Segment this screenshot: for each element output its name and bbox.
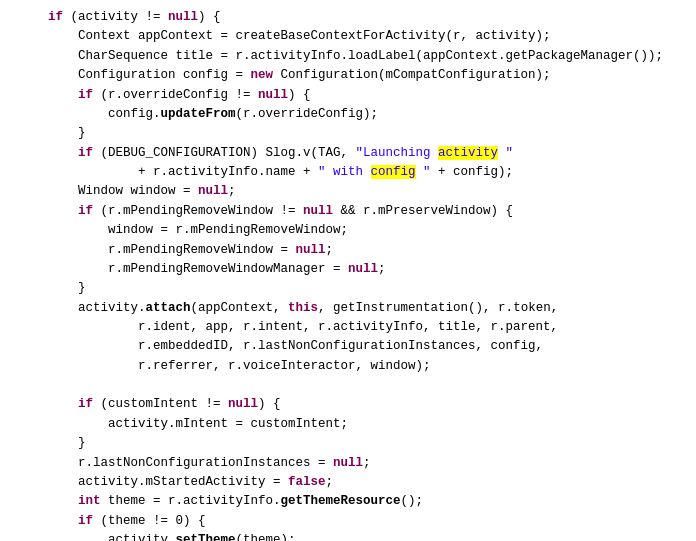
code-line: Configuration config = new Configuration… bbox=[0, 66, 696, 85]
line-content: if (customIntent != null) { bbox=[48, 395, 281, 414]
line-content: Context appContext = createBaseContextFo… bbox=[48, 27, 551, 46]
code-line bbox=[0, 376, 696, 395]
line-content: r.referrer, r.voiceInteractor, window); bbox=[48, 357, 431, 376]
code-line: r.mPendingRemoveWindow = null; bbox=[0, 241, 696, 260]
line-content: if (r.mPendingRemoveWindow != null && r.… bbox=[48, 202, 513, 221]
line-content: } bbox=[48, 279, 86, 298]
code-line: config.updateFrom(r.overrideConfig); bbox=[0, 105, 696, 124]
line-content: if (activity != null) { bbox=[48, 8, 221, 27]
code-line: activity.mStartedActivity = false; bbox=[0, 473, 696, 492]
line-content: activity.mStartedActivity = false; bbox=[48, 473, 333, 492]
code-line: CharSequence title = r.activityInfo.load… bbox=[0, 47, 696, 66]
line-content: if (theme != 0) { bbox=[48, 512, 206, 531]
code-line: r.embeddedID, r.lastNonConfigurationInst… bbox=[0, 337, 696, 356]
code-line: } bbox=[0, 434, 696, 453]
line-content: r.embeddedID, r.lastNonConfigurationInst… bbox=[48, 337, 543, 356]
code-line: if (r.mPendingRemoveWindow != null && r.… bbox=[0, 202, 696, 221]
code-line: } bbox=[0, 279, 696, 298]
code-container: if (activity != null) { Context appConte… bbox=[0, 0, 696, 541]
code-line: r.lastNonConfigurationInstances = null; bbox=[0, 454, 696, 473]
line-content: r.mPendingRemoveWindow = null; bbox=[48, 241, 333, 260]
code-lines: if (activity != null) { Context appConte… bbox=[0, 8, 696, 541]
code-line: window = r.mPendingRemoveWindow; bbox=[0, 221, 696, 240]
line-content: activity.attach(appContext, this, getIns… bbox=[48, 299, 558, 318]
line-content: window = r.mPendingRemoveWindow; bbox=[48, 221, 348, 240]
code-line: + r.activityInfo.name + " with config " … bbox=[0, 163, 696, 182]
line-content: if (r.overrideConfig != null) { bbox=[48, 86, 311, 105]
code-line: if (theme != 0) { bbox=[0, 512, 696, 531]
line-content: int theme = r.activityInfo.getThemeResou… bbox=[48, 492, 423, 511]
code-line: int theme = r.activityInfo.getThemeResou… bbox=[0, 492, 696, 511]
code-line: Context appContext = createBaseContextFo… bbox=[0, 27, 696, 46]
code-line: activity.attach(appContext, this, getIns… bbox=[0, 299, 696, 318]
line-content: + r.activityInfo.name + " with config " … bbox=[48, 163, 513, 182]
line-content: r.ident, app, r.intent, r.activityInfo, … bbox=[48, 318, 558, 337]
code-line: if (DEBUG_CONFIGURATION) Slog.v(TAG, "La… bbox=[0, 144, 696, 163]
code-line: activity.setTheme(theme); bbox=[0, 531, 696, 541]
line-content: config.updateFrom(r.overrideConfig); bbox=[48, 105, 378, 124]
code-line: Window window = null; bbox=[0, 182, 696, 201]
code-line: r.ident, app, r.intent, r.activityInfo, … bbox=[0, 318, 696, 337]
line-content: r.lastNonConfigurationInstances = null; bbox=[48, 454, 371, 473]
code-line: if (customIntent != null) { bbox=[0, 395, 696, 414]
line-content: if (DEBUG_CONFIGURATION) Slog.v(TAG, "La… bbox=[48, 144, 513, 163]
line-content: } bbox=[48, 124, 86, 143]
line-content: Window window = null; bbox=[48, 182, 236, 201]
code-line: if (r.overrideConfig != null) { bbox=[0, 86, 696, 105]
code-line: activity.mIntent = customIntent; bbox=[0, 415, 696, 434]
line-content: Configuration config = new Configuration… bbox=[48, 66, 551, 85]
line-content: } bbox=[48, 434, 86, 453]
line-content: r.mPendingRemoveWindowManager = null; bbox=[48, 260, 386, 279]
line-content: activity.setTheme(theme); bbox=[48, 531, 296, 541]
code-line: r.referrer, r.voiceInteractor, window); bbox=[0, 357, 696, 376]
code-line: r.mPendingRemoveWindowManager = null; bbox=[0, 260, 696, 279]
code-line: if (activity != null) { bbox=[0, 8, 696, 27]
code-line: } bbox=[0, 124, 696, 143]
line-content: activity.mIntent = customIntent; bbox=[48, 415, 348, 434]
line-content: CharSequence title = r.activityInfo.load… bbox=[48, 47, 663, 66]
